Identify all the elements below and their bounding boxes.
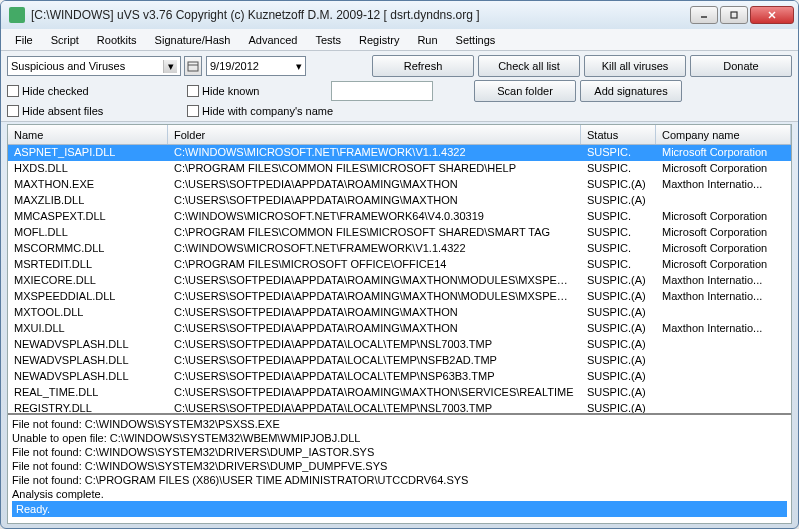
table-row[interactable]: NEWADVSPLASH.DLLC:\USERS\SOFTPEDIA\APPDA… bbox=[8, 369, 791, 385]
toolbar: Suspicious and Viruses ▾ 9/19/2012 ▾ Ref… bbox=[1, 51, 798, 122]
menu-settings[interactable]: Settings bbox=[448, 32, 504, 48]
menu-tests[interactable]: Tests bbox=[307, 32, 349, 48]
table-row[interactable]: MAXTHON.EXEC:\USERS\SOFTPEDIA\APPDATA\RO… bbox=[8, 177, 791, 193]
column-company[interactable]: Company name bbox=[656, 125, 791, 144]
table-row[interactable]: MAXZLIB.DLLC:\USERS\SOFTPEDIA\APPDATA\RO… bbox=[8, 193, 791, 209]
menu-file[interactable]: File bbox=[7, 32, 41, 48]
column-folder[interactable]: Folder bbox=[168, 125, 581, 144]
log-line: File not found: C:\WINDOWS\SYSTEM32\DRIV… bbox=[12, 459, 787, 473]
table-row[interactable]: NEWADVSPLASH.DLLC:\USERS\SOFTPEDIA\APPDA… bbox=[8, 337, 791, 353]
titlebar[interactable]: [C:\WINDOWS] uVS v3.76 Copyright (c) Kuz… bbox=[1, 1, 798, 29]
log-line: File not found: C:\WINDOWS\SYSTEM32\PSXS… bbox=[12, 417, 787, 431]
column-name[interactable]: Name bbox=[8, 125, 168, 144]
svg-rect-4 bbox=[188, 62, 198, 71]
menubar: FileScriptRootkitsSignature/HashAdvanced… bbox=[1, 29, 798, 51]
table-row[interactable]: MXIECORE.DLLC:\USERS\SOFTPEDIA\APPDATA\R… bbox=[8, 273, 791, 289]
table-row[interactable]: REGISTRY.DLLC:\USERS\SOFTPEDIA\APPDATA\L… bbox=[8, 401, 791, 413]
hide-checked-checkbox[interactable]: Hide checked bbox=[7, 85, 183, 97]
svg-rect-1 bbox=[731, 12, 737, 18]
content-area: Name Folder Status Company name ASPNET_I… bbox=[7, 124, 792, 524]
kill-all-button[interactable]: Kill all viruses bbox=[584, 55, 686, 77]
column-status[interactable]: Status bbox=[581, 125, 656, 144]
table-row[interactable]: MOFL.DLLC:\PROGRAM FILES\COMMON FILES\MI… bbox=[8, 225, 791, 241]
table-row[interactable]: MXSPEEDDIAL.DLLC:\USERS\SOFTPEDIA\APPDAT… bbox=[8, 289, 791, 305]
file-list: Name Folder Status Company name ASPNET_I… bbox=[8, 125, 791, 415]
window-title: [C:\WINDOWS] uVS v3.76 Copyright (c) Kuz… bbox=[29, 8, 690, 22]
list-header: Name Folder Status Company name bbox=[8, 125, 791, 145]
menu-script[interactable]: Script bbox=[43, 32, 87, 48]
log-line: Analysis complete. bbox=[12, 487, 787, 501]
table-row[interactable]: ASPNET_ISAPI.DLLC:\WINDOWS\MICROSOFT.NET… bbox=[8, 145, 791, 161]
refresh-button[interactable]: Refresh bbox=[372, 55, 474, 77]
log-line: File not found: C:\WINDOWS\SYSTEM32\DRIV… bbox=[12, 445, 787, 459]
list-body[interactable]: ASPNET_ISAPI.DLLC:\WINDOWS\MICROSOFT.NET… bbox=[8, 145, 791, 413]
date-input[interactable]: 9/19/2012 ▾ bbox=[206, 56, 306, 76]
hide-absent-checkbox[interactable]: Hide absent files bbox=[7, 105, 183, 117]
menu-registry[interactable]: Registry bbox=[351, 32, 407, 48]
table-row[interactable]: MXUI.DLLC:\USERS\SOFTPEDIA\APPDATA\ROAMI… bbox=[8, 321, 791, 337]
menu-signaturehash[interactable]: Signature/Hash bbox=[147, 32, 239, 48]
close-button[interactable] bbox=[750, 6, 794, 24]
filter-combo[interactable]: Suspicious and Viruses ▾ bbox=[7, 56, 181, 76]
hide-known-checkbox[interactable]: Hide known bbox=[187, 85, 327, 97]
main-window: [C:\WINDOWS] uVS v3.76 Copyright (c) Kuz… bbox=[0, 0, 799, 529]
table-row[interactable]: MMCASPEXT.DLLC:\WINDOWS\MICROSOFT.NET\FR… bbox=[8, 209, 791, 225]
maximize-button[interactable] bbox=[720, 6, 748, 24]
table-row[interactable]: HXDS.DLLC:\PROGRAM FILES\COMMON FILES\MI… bbox=[8, 161, 791, 177]
minimize-button[interactable] bbox=[690, 6, 718, 24]
log-line: Unable to open file: C:\WINDOWS\SYSTEM32… bbox=[12, 431, 787, 445]
table-row[interactable]: NEWADVSPLASH.DLLC:\USERS\SOFTPEDIA\APPDA… bbox=[8, 353, 791, 369]
log-pane[interactable]: File not found: C:\WINDOWS\SYSTEM32\PSXS… bbox=[8, 415, 791, 523]
empty-field[interactable] bbox=[331, 81, 433, 101]
add-signatures-button[interactable]: Add signatures bbox=[580, 80, 682, 102]
log-line: File not found: C:\PROGRAM FILES (X86)\U… bbox=[12, 473, 787, 487]
menu-rootkits[interactable]: Rootkits bbox=[89, 32, 145, 48]
hide-company-checkbox[interactable]: Hide with company's name bbox=[187, 105, 333, 117]
table-row[interactable]: MSRTEDIT.DLLC:\PROGRAM FILES\MICROSOFT O… bbox=[8, 257, 791, 273]
dropdown-icon: ▾ bbox=[163, 60, 177, 73]
status-ready: Ready. bbox=[12, 501, 787, 517]
app-icon bbox=[9, 7, 25, 23]
menu-advanced[interactable]: Advanced bbox=[240, 32, 305, 48]
menu-run[interactable]: Run bbox=[409, 32, 445, 48]
filter-combo-value: Suspicious and Viruses bbox=[11, 60, 125, 72]
donate-button[interactable]: Donate bbox=[690, 55, 792, 77]
table-row[interactable]: MXTOOL.DLLC:\USERS\SOFTPEDIA\APPDATA\ROA… bbox=[8, 305, 791, 321]
scan-folder-button[interactable]: Scan folder bbox=[474, 80, 576, 102]
table-row[interactable]: REAL_TIME.DLLC:\USERS\SOFTPEDIA\APPDATA\… bbox=[8, 385, 791, 401]
calendar-button[interactable] bbox=[184, 56, 202, 76]
table-row[interactable]: MSCORMMC.DLLC:\WINDOWS\MICROSOFT.NET\FRA… bbox=[8, 241, 791, 257]
check-all-button[interactable]: Check all list bbox=[478, 55, 580, 77]
dropdown-icon: ▾ bbox=[296, 60, 302, 73]
